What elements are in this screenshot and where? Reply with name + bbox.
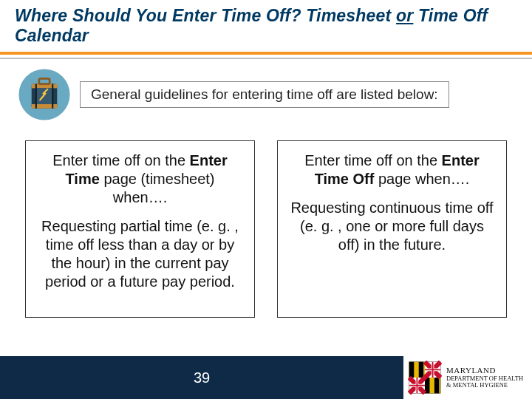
left-lead-pre: Enter time off on the xyxy=(52,152,189,168)
divider-grey xyxy=(0,58,532,59)
page-number: 39 xyxy=(194,369,210,386)
title-or: or xyxy=(396,6,413,25)
subtitle-box: General guidelines for entering time off… xyxy=(80,81,449,108)
svg-rect-6 xyxy=(35,84,37,109)
column-right: Enter time off on the Enter Time Off pag… xyxy=(277,140,507,318)
divider-orange xyxy=(0,52,532,55)
footer-logo: MARYLAND DEPARTMENT OF HEALTH & MENTAL H… xyxy=(403,356,532,399)
right-body: Requesting continuous time off (e. g. , … xyxy=(290,199,494,254)
dept-line3: & MENTAL HYGIENE xyxy=(446,382,523,389)
footer-bar: 39 xyxy=(0,356,403,399)
footer: 39 MARYLAND DEPARTMENT OF H xyxy=(0,356,532,399)
svg-rect-7 xyxy=(52,84,53,109)
maryland-seal-icon xyxy=(408,361,442,395)
right-lead-post: page when…. xyxy=(374,171,469,187)
column-left: Enter time off on the Enter Time page (t… xyxy=(25,140,255,318)
subtitle-row: General guidelines for entering time off… xyxy=(0,65,532,127)
title-pre: Where Should You Enter Time Off? Timeshe… xyxy=(15,6,396,25)
luggage-icon xyxy=(18,68,71,121)
title-wrap: Where Should You Enter Time Off? Timeshe… xyxy=(0,0,532,50)
subtitle-text: General guidelines for entering time off… xyxy=(91,86,438,102)
svg-rect-4 xyxy=(37,88,52,104)
left-lead: Enter time off on the Enter Time page (t… xyxy=(38,151,242,207)
columns: Enter time off on the Enter Time page (t… xyxy=(0,127,532,318)
dept-text: MARYLAND DEPARTMENT OF HEALTH & MENTAL H… xyxy=(446,366,523,388)
right-lead: Enter time off on the Enter Time Off pag… xyxy=(290,151,494,188)
slide: Where Should You Enter Time Off? Timeshe… xyxy=(0,0,532,399)
left-lead-post: page (timesheet) when…. xyxy=(100,171,215,205)
slide-title: Where Should You Enter Time Off? Timeshe… xyxy=(15,6,517,46)
left-body: Requesting partial time (e. g. , time of… xyxy=(38,217,242,291)
right-lead-pre: Enter time off on the xyxy=(304,152,441,168)
